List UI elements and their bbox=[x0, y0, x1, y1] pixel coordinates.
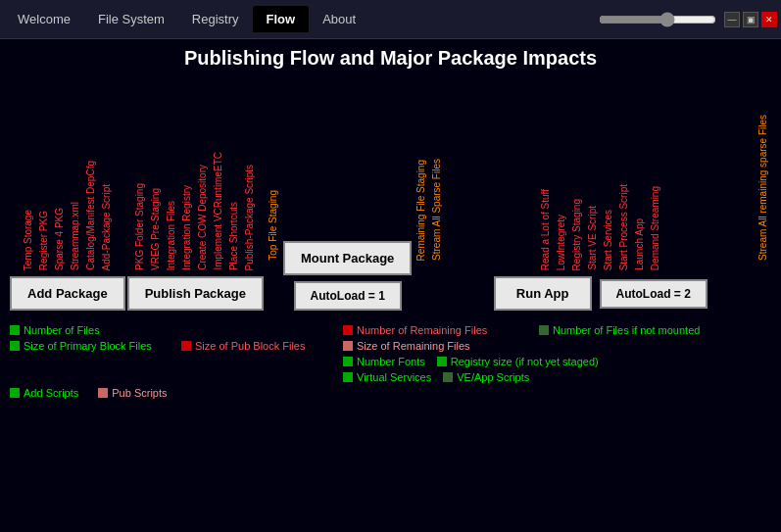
autoload-1-button[interactable]: AutoLoad = 1 bbox=[294, 281, 402, 311]
legend-primary-block-label: Size of Primary Block Files bbox=[24, 340, 152, 352]
tab-welcome[interactable]: Welcome bbox=[4, 6, 84, 32]
col5-item-6: Launch App bbox=[632, 218, 648, 270]
col4-item-1: Stream All Sparse Files bbox=[429, 159, 445, 261]
legend-num-remaining: Number of Remaining Files bbox=[343, 324, 539, 336]
col2-item-5: Implement VCRuntimeETC bbox=[211, 152, 226, 270]
tab-filesystem[interactable]: File System bbox=[84, 6, 178, 32]
legend-fonts: Number Fonts bbox=[343, 356, 425, 367]
legend-num-not-mounted-label: Number of Files if not mounted bbox=[553, 324, 700, 336]
col5-item-0: Read a Lot of Stuff bbox=[538, 189, 554, 270]
maximize-button[interactable]: ▣ bbox=[743, 12, 758, 27]
legend-ve-scripts-label: VE/App Scripts bbox=[457, 371, 529, 383]
legend-pub-block: Size of Pub Block Files bbox=[181, 340, 343, 352]
col1-item-0: Temp Storage bbox=[21, 210, 36, 270]
run-app-button[interactable]: Run App bbox=[494, 276, 592, 311]
autoload-2-button[interactable]: AutoLoad = 2 bbox=[600, 279, 708, 309]
legend-num-remaining-label: Number of Remaining Files bbox=[357, 324, 487, 336]
col5-item-7: Demand Streaming bbox=[648, 186, 663, 270]
legend-virt-services-box bbox=[343, 372, 353, 382]
legend-ve-scripts: VE/App Scripts bbox=[443, 371, 529, 383]
legend-fonts-label: Number Fonts bbox=[357, 356, 425, 367]
legend-registry-box bbox=[437, 357, 447, 366]
publish-package-button[interactable]: Publish Package bbox=[127, 276, 264, 311]
col5-item-2: Registry Staging bbox=[569, 199, 585, 270]
legend-registry-label: Registry size (if not yet staged) bbox=[451, 356, 599, 367]
mount-package-button[interactable]: Mount Package bbox=[283, 241, 412, 275]
legend-add-scripts-box bbox=[10, 388, 20, 398]
page-title: Publishing Flow and Major Package Impact… bbox=[10, 47, 771, 70]
col2-item-0: PKG Folder Staging bbox=[132, 183, 148, 270]
legend-remaining-files: Size of Remaining Files bbox=[343, 340, 470, 352]
add-package-button[interactable]: Add Package bbox=[10, 276, 125, 311]
legend-add-scripts: Add Scripts bbox=[10, 387, 78, 399]
legend-num-files: Number of Files bbox=[10, 324, 343, 336]
col5-item-4: Start Services bbox=[601, 210, 616, 270]
tab-about[interactable]: About bbox=[309, 6, 369, 32]
legend-num-not-mounted: Number of Files if not mounted bbox=[539, 324, 700, 336]
col1-item-1: Register PKG bbox=[36, 211, 52, 270]
window-controls: — ▣ ✕ bbox=[724, 12, 777, 27]
close-button[interactable]: ✕ bbox=[761, 12, 777, 27]
legend-virt-services: Virtual Services bbox=[343, 371, 431, 383]
col2-item-7: Publish-Package Scripts bbox=[242, 165, 258, 270]
col2-item-3: Integration Registry bbox=[179, 185, 195, 270]
col2-item-1: VREG Pre-Staging bbox=[148, 188, 164, 270]
legend-pub-block-label: Size of Pub Block Files bbox=[195, 340, 306, 352]
minimize-button[interactable]: — bbox=[724, 12, 740, 27]
col4-item-0: Remaining File Staging bbox=[414, 160, 429, 261]
legend-virt-services-label: Virtual Services bbox=[357, 371, 431, 383]
legend-primary-block: Size of Primary Block Files bbox=[10, 340, 181, 352]
legend-pub-block-box bbox=[181, 341, 191, 351]
col3-item-0: Top File Staging bbox=[266, 190, 281, 261]
legend-num-files-label: Number of Files bbox=[24, 324, 100, 336]
slider-area bbox=[599, 12, 716, 27]
legend-remaining-files-label: Size of Remaining Files bbox=[357, 340, 470, 352]
legend-num-not-mounted-box bbox=[539, 325, 549, 335]
col2-item-4: Create COW Depository bbox=[195, 165, 211, 270]
legend-num-files-box bbox=[10, 325, 20, 335]
legend-ve-scripts-box bbox=[443, 372, 453, 382]
col1-item-2: Sparse 4 PKG bbox=[52, 208, 68, 270]
col5-item-1: LowIntegrety bbox=[554, 215, 569, 270]
col5-item-5: Start Process Script bbox=[616, 184, 632, 270]
legend-remaining-files-box bbox=[343, 341, 353, 351]
legend-pub-scripts-box bbox=[98, 388, 108, 398]
legend-area: Number of Files Number of Remaining File… bbox=[10, 324, 771, 399]
title-bar: Welcome File System Registry Flow About … bbox=[0, 0, 781, 39]
legend-fonts-box bbox=[343, 357, 353, 366]
col2-item-6: Place Shortcuts bbox=[226, 202, 242, 270]
legend-registry: Registry size (if not yet staged) bbox=[437, 356, 599, 367]
col1-item-5: Add-Package Script bbox=[99, 184, 115, 270]
tab-registry[interactable]: Registry bbox=[178, 6, 253, 32]
main-slider[interactable] bbox=[599, 12, 716, 27]
col6-item-0: Stream All remaining sparse Files bbox=[756, 115, 771, 261]
legend-primary-block-box bbox=[10, 341, 20, 351]
legend-pub-scripts: Pub Scripts bbox=[98, 387, 167, 399]
legend-add-scripts-label: Add Scripts bbox=[24, 387, 78, 399]
col2-item-2: Integration Files bbox=[164, 201, 179, 270]
legend-num-remaining-box bbox=[343, 325, 353, 335]
tab-flow[interactable]: Flow bbox=[253, 6, 310, 32]
col5-item-3: Start VE Script bbox=[585, 206, 601, 270]
col1-item-4: Catalog/Manifest DepCfg bbox=[83, 161, 99, 270]
main-content: Publishing Flow and Major Package Impact… bbox=[0, 39, 781, 532]
col1-item-3: Streammap.xml bbox=[68, 202, 83, 270]
legend-pub-scripts-label: Pub Scripts bbox=[112, 387, 167, 399]
